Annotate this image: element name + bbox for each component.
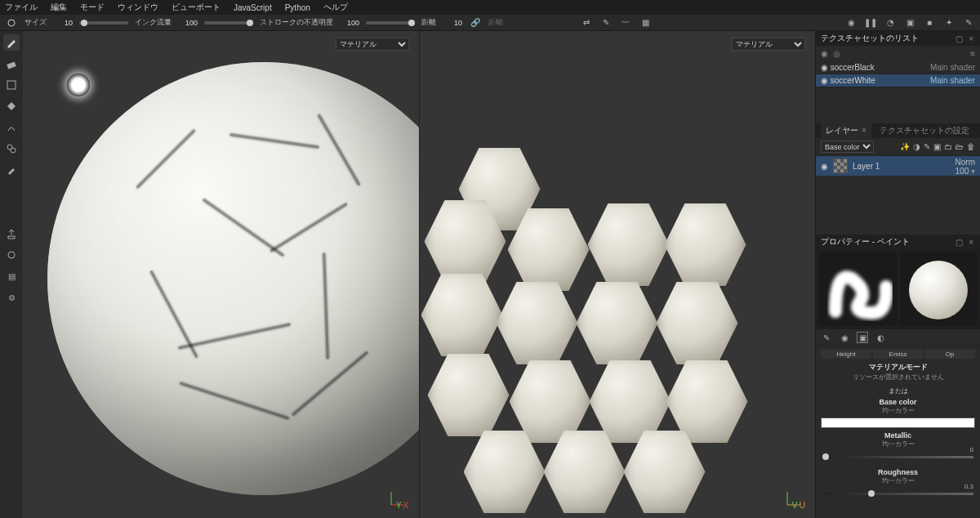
channel-pills: Height Emiss Op — [821, 350, 975, 359]
layer-name[interactable]: Layer 1 — [853, 162, 880, 171]
render-icon[interactable]: ✦ — [942, 16, 956, 29]
size-slider[interactable] — [79, 21, 128, 25]
add-fill-layer-icon[interactable]: ▣ — [933, 142, 941, 151]
paint-tool[interactable] — [3, 34, 20, 51]
blend-mode[interactable]: Norm — [956, 158, 975, 167]
add-mask-icon[interactable]: ◑ — [913, 142, 920, 151]
projection-tool[interactable] — [3, 77, 20, 93]
viewport-2d-mode[interactable]: マテリアル — [732, 38, 805, 51]
left-toolbar: ▤ ⚙ — [0, 31, 23, 518]
menu-edit[interactable]: 編集 — [51, 2, 67, 13]
brush-stroke-preview — [819, 252, 897, 326]
brush-tip-icon[interactable]: ✎ — [599, 16, 612, 29]
pill-op[interactable]: Op — [924, 350, 975, 359]
size-value[interactable]: 10 — [53, 19, 73, 27]
no-resource-label: リソースが選択されていません — [821, 373, 975, 382]
texture-set-row[interactable]: ◉ soccerWhiteMain shader — [816, 74, 980, 87]
clone-tool[interactable] — [3, 141, 20, 157]
roughness-slider[interactable]: 0.3 — [822, 490, 973, 497]
menu-mode[interactable]: モード — [80, 2, 105, 13]
texture-set-row[interactable]: ◉ soccerBlackMain shader — [816, 61, 980, 74]
panel-close-icon[interactable]: × — [969, 238, 975, 247]
brush-cursor-indicator — [67, 74, 90, 96]
basecolor-uniform: 均一カラー — [821, 406, 975, 415]
viewport-3d[interactable]: マテリアル Y X — [23, 31, 419, 518]
eye-icon[interactable]: ◉ — [821, 162, 828, 171]
viewport-area: マテリアル Y X マテリアル — [23, 31, 815, 518]
polyfill-tool[interactable] — [3, 98, 20, 114]
tool-options-bar: サイズ 10 インク流量 100 ストロークの不透明度 100 距離 10 🔗 … — [0, 15, 980, 31]
pin-icon[interactable]: ✎ — [962, 16, 975, 29]
delete-layer-icon[interactable]: 🗑 — [967, 142, 975, 151]
properties-preview — [816, 249, 980, 329]
add-effect-icon[interactable]: ✨ — [900, 142, 910, 151]
add-folder-icon[interactable]: 🗁 — [956, 142, 964, 151]
channel-select[interactable]: Base color — [821, 141, 874, 153]
add-group-icon[interactable]: 🗀 — [944, 142, 952, 151]
sym-x-icon[interactable]: ⇄ — [580, 16, 593, 29]
viewport-2d[interactable]: マテリアル V U — [419, 31, 816, 518]
link-icon[interactable]: 🔗 — [469, 16, 482, 29]
menu-window[interactable]: ウィンドウ — [118, 2, 158, 13]
menu-file[interactable]: ファイル — [5, 2, 38, 13]
close-icon[interactable]: × — [862, 126, 866, 135]
perspective-icon[interactable]: ◉ — [844, 16, 858, 29]
pill-height[interactable]: Height — [821, 350, 871, 359]
export-icon[interactable] — [3, 226, 20, 242]
eye-icon[interactable]: ◉ — [821, 76, 828, 85]
tab-material-icon[interactable]: ▣ — [857, 332, 868, 343]
svg-point-0 — [8, 20, 15, 26]
properties-body: Height Emiss Op マテリアルモード リソースが選択されていません … — [816, 346, 980, 508]
texture-set-menu-icon[interactable]: ≡ — [970, 49, 975, 58]
layer-row[interactable]: ◉ Layer 1 Norm100 ▾ — [816, 156, 980, 176]
settings-icon[interactable]: ⚙ — [3, 289, 20, 306]
viewport-3d-mode[interactable]: マテリアル — [336, 38, 409, 51]
dist-value[interactable]: 10 — [443, 19, 462, 27]
roughness-label: Roughness — [821, 468, 975, 476]
opacity-value[interactable]: 100 — [340, 19, 359, 27]
visibility-solo-icon[interactable]: ◎ — [833, 49, 840, 58]
metallic-slider[interactable]: 0 — [822, 453, 973, 460]
properties-panel-title: プロパティー - ペイント▢ × — [816, 234, 980, 249]
bake-icon[interactable]: ▤ — [3, 268, 20, 284]
tab-texture-set-settings[interactable]: テクスチャセットの設定 — [875, 123, 974, 138]
pause-icon[interactable]: ❚❚ — [864, 16, 877, 29]
flow-slider[interactable] — [204, 21, 253, 25]
panel-close-icon[interactable]: × — [969, 34, 975, 43]
tab-layers[interactable]: レイヤー× — [821, 123, 871, 138]
visibility-all-icon[interactable]: ◉ — [821, 49, 828, 58]
picker-tool[interactable] — [3, 162, 20, 178]
camera-mode-icon[interactable]: ◔ — [884, 16, 897, 29]
menu-python[interactable]: Python — [285, 3, 310, 12]
eraser-tool[interactable] — [3, 56, 20, 72]
svg-marker-3 — [7, 102, 16, 110]
menu-viewport[interactable]: ビューポート — [172, 2, 220, 13]
svg-rect-2 — [7, 81, 16, 89]
uv-hex-layout — [420, 31, 816, 518]
menu-help[interactable]: ヘルプ — [323, 2, 348, 13]
basecolor-swatch[interactable] — [821, 418, 975, 428]
panel-undock-icon[interactable]: ▢ — [956, 238, 964, 247]
smudge-tool[interactable] — [3, 119, 20, 136]
tab-alpha-icon[interactable]: ◉ — [839, 332, 850, 343]
flow-value[interactable]: 100 — [178, 19, 198, 27]
cube-icon[interactable]: ▣ — [903, 16, 916, 29]
layer-opacity[interactable]: 100 — [956, 167, 969, 176]
menu-javascript[interactable]: JavaScript — [234, 3, 272, 12]
iray-icon[interactable] — [3, 247, 20, 263]
opacity-slider[interactable] — [366, 21, 415, 25]
add-paint-layer-icon[interactable]: ✎ — [924, 142, 930, 151]
or-label: または — [821, 386, 975, 395]
video-icon[interactable]: ■ — [923, 16, 936, 29]
grid-icon[interactable]: ▦ — [639, 16, 652, 29]
opacity-label: ストロークの不透明度 — [260, 17, 333, 28]
lazy-mouse-icon[interactable]: 〰 — [619, 16, 632, 29]
ext-label: 距離 — [488, 17, 503, 28]
tab-brush-icon[interactable]: ✎ — [821, 332, 832, 343]
eye-icon[interactable]: ◉ — [821, 63, 828, 72]
axis-labels-2d: V U — [792, 501, 805, 510]
pill-emiss[interactable]: Emiss — [873, 350, 924, 359]
panel-undock-icon[interactable]: ▢ — [956, 34, 964, 43]
tab-stencil-icon[interactable]: ◐ — [875, 332, 886, 343]
brush-preset-icon[interactable] — [5, 16, 18, 29]
